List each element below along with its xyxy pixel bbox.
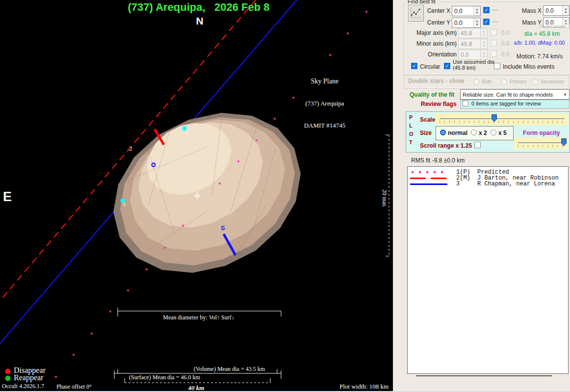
surface-dia-label: (Surface) Mean dia = 46.0 km xyxy=(129,374,200,381)
fit-chart-icon xyxy=(409,5,422,20)
sky-plane-info-line1: Sky Plane xyxy=(290,78,359,85)
major-axis-input[interactable]: 45.8 xyxy=(458,28,488,38)
size-x5-radio[interactable] xyxy=(491,130,496,135)
use-assumed-label: Use assumed dia (45.8 km) xyxy=(453,59,494,71)
chevron-down-icon xyxy=(561,92,569,97)
legend-solid-blue-line xyxy=(410,183,447,185)
quality-label: Quality of the fit xyxy=(410,91,454,98)
motion-text: Motion: 7.74 km/s xyxy=(511,53,569,60)
circular-checkbox[interactable] xyxy=(411,63,417,69)
phase-offset-label: Phase offset 0° xyxy=(56,383,92,391)
size-label: Size xyxy=(420,130,432,136)
center-x-dash: — xyxy=(492,6,498,13)
sky-plane-info-line2: (737) Arequipa xyxy=(290,100,359,107)
minor-axis-input[interactable]: 45.8 xyxy=(458,39,488,49)
double-stars-both-label: Both xyxy=(482,79,492,84)
plot-letter-o: O xyxy=(409,131,414,137)
center-y-label: Center Y xyxy=(423,19,450,26)
form-opacity-ticks xyxy=(518,145,565,147)
center-y-spinner[interactable] xyxy=(473,18,480,27)
scale-slider-track xyxy=(440,118,565,120)
plot-letter-t: T xyxy=(409,139,413,145)
minor-axis-value: 45.8 xyxy=(459,41,480,48)
legend-dotted-magenta-line xyxy=(412,171,447,173)
plot-letter-l: L xyxy=(409,123,413,129)
mass-x-spinner[interactable] xyxy=(562,6,569,15)
scroll-range-checkbox[interactable] xyxy=(474,142,481,148)
mass-x-input[interactable]: 0.0 xyxy=(543,5,570,16)
center-x-spinner[interactable] xyxy=(473,6,480,16)
reappear-label: Reappear xyxy=(14,373,43,382)
quality-dropdown[interactable]: Reliable size. Can fit to shape models xyxy=(460,89,570,100)
volume-dia-label: (Volume) Mean dia = 43.5 km xyxy=(167,366,265,373)
review-flags-checkbox[interactable] xyxy=(463,101,468,106)
use-assumed-checkbox[interactable] xyxy=(444,63,450,69)
double-stars-primary-label: Primary xyxy=(510,79,526,84)
shape-model-checkbox[interactable] xyxy=(565,24,570,28)
minor-axis-label: Minor axis (km) xyxy=(403,40,457,47)
sky-plane-canvas xyxy=(0,0,393,391)
panel-separator-line xyxy=(416,375,552,376)
major-axis-value: 45.8 xyxy=(459,30,480,37)
mas-scale-label: 20 mas xyxy=(381,181,388,215)
control-panel: Find best fit Center X 0.0 — Mass X 0.0 … xyxy=(393,0,570,392)
double-stars-secondary-radio[interactable] xyxy=(532,79,538,85)
center-x-label: Center X xyxy=(423,7,450,14)
include-miss-label: Include Miss events xyxy=(503,63,554,70)
form-opacity-slider[interactable] xyxy=(514,137,569,149)
legend-row3-id: 3 xyxy=(456,181,460,187)
double-stars-secondary-label: Secondary xyxy=(541,79,564,84)
chord-label-1: 1 xyxy=(201,206,204,212)
dia-text: dia = 45.8 km xyxy=(516,30,569,37)
plot-title: (737) Arequipa, 2026 Feb 8 xyxy=(83,1,314,14)
center-y-input[interactable]: 0.0 xyxy=(452,18,481,28)
center-y-dash: — xyxy=(492,18,498,25)
version-label: Occult 4.2026.1.7 xyxy=(2,383,44,390)
chord-label-3-top: 3 xyxy=(185,129,188,135)
center-y-checkbox[interactable] xyxy=(483,19,490,25)
mean-diameter-caption: Mean diameter by: Vol↑ Surf↓ xyxy=(150,314,248,321)
center-y-value: 0.0 xyxy=(452,20,473,26)
shape-model-label: Shape model xyxy=(530,24,564,28)
size-normal-label: normal xyxy=(448,130,467,136)
orientation-label: Orientation xyxy=(403,51,457,58)
include-miss-checkbox[interactable] xyxy=(494,63,500,69)
double-stars-both-radio[interactable] xyxy=(473,79,479,85)
legend-dashed-red-line xyxy=(410,178,447,179)
sky-plane-info-line3: DAMIT #14745 xyxy=(290,122,359,129)
double-stars-label: Double stars - show xyxy=(408,78,464,84)
size-x2-label: x 2 xyxy=(479,130,487,136)
find-best-fit-button[interactable] xyxy=(408,5,424,22)
major-axis-checkbox[interactable] xyxy=(491,29,497,35)
rms-fit-text: RMS fit -9.8 ±0.0 km xyxy=(411,157,465,164)
double-stars-primary-radio[interactable] xyxy=(501,79,507,85)
sky-plane-plot: (737) Arequipa, 2026 Feb 8 N E Sky Plane… xyxy=(0,0,393,391)
size-normal-radio[interactable] xyxy=(440,130,446,135)
size-x2-radio[interactable] xyxy=(471,130,477,135)
scroll-range-label: Scroll range x 1.25 xyxy=(420,142,472,149)
fit-legend-box: 1(P) Predicted 2(M) J Barton, near Robin… xyxy=(407,166,569,374)
north-label: N xyxy=(192,15,207,27)
predicted-center-dot xyxy=(201,204,203,206)
ab-dmag-text: a/b: 1.00, dMag: 0.00 xyxy=(510,40,569,46)
chord-label-2: 2 xyxy=(129,145,132,153)
orientation-checkbox[interactable] xyxy=(491,51,497,57)
quality-value: Reliable size. Can fit to shape models xyxy=(461,92,561,98)
major-axis-spinner[interactable] xyxy=(480,28,487,38)
reappear-dot xyxy=(5,376,11,381)
major-axis-extra: 0.0 xyxy=(501,29,510,36)
center-x-input[interactable]: 0.0 xyxy=(452,6,481,16)
orientation-extra: 0.0 xyxy=(501,51,510,58)
occult-window: (737) Arequipa, 2026 Feb 8 N E Sky Plane… xyxy=(0,0,570,392)
plot-width-label: Plot width: 108 km xyxy=(339,383,389,391)
scale-slider[interactable] xyxy=(436,113,569,125)
south-label: S xyxy=(221,224,225,232)
major-axis-label: Major axis (km) xyxy=(403,29,457,36)
orientation-spinner[interactable] xyxy=(480,50,487,59)
orientation-input[interactable]: 0.0 xyxy=(458,50,488,60)
scale-label: Scale xyxy=(420,116,435,123)
center-x-value: 0.0 xyxy=(452,8,473,15)
center-x-checkbox[interactable] xyxy=(483,7,490,13)
minor-axis-spinner[interactable] xyxy=(480,39,487,49)
minor-axis-checkbox[interactable] xyxy=(491,40,497,46)
